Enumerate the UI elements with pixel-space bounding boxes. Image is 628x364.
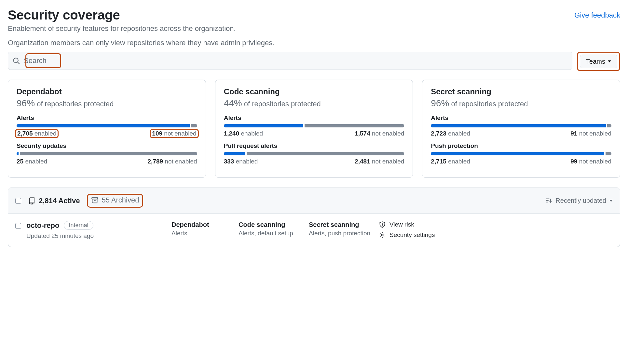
col-dependabot: Dependabot Alerts bbox=[171, 221, 233, 237]
card-percent: 44% of repositories protected bbox=[224, 98, 404, 109]
repo-updated: Updated 25 minutes ago bbox=[26, 232, 166, 240]
teams-highlight-annotation: Teams bbox=[577, 52, 620, 71]
coverage-card: Dependabot 96% of repositories protected… bbox=[8, 80, 206, 178]
enabled-highlight: 2,705 enabled bbox=[15, 129, 59, 138]
coverage-card: Code scanning 44% of repositories protec… bbox=[215, 80, 413, 178]
metric-label: Security updates bbox=[17, 142, 197, 150]
metric-label: Alerts bbox=[224, 114, 404, 122]
coverage-cards: Dependabot 96% of repositories protected… bbox=[8, 80, 620, 178]
visibility-badge: Internal bbox=[64, 221, 93, 230]
permissions-note: Organization members can only view repos… bbox=[8, 39, 620, 47]
metric-counts: 25 enabled2,789 not enabled bbox=[17, 158, 197, 165]
tab-active[interactable]: 2,814 Active bbox=[28, 197, 80, 205]
card-title: Code scanning bbox=[224, 87, 404, 96]
metric-counts: 333 enabled2,481 not enabled bbox=[224, 158, 404, 165]
svg-line-1 bbox=[18, 62, 20, 64]
security-settings-link[interactable]: Security settings bbox=[379, 231, 613, 239]
teams-label: Teams bbox=[586, 58, 605, 65]
metric-label: Alerts bbox=[431, 114, 611, 122]
caret-down-icon bbox=[608, 60, 611, 62]
archived-highlight-annotation: 55 Archived bbox=[87, 194, 143, 208]
archive-icon bbox=[91, 197, 98, 204]
metric-label: Push protection bbox=[431, 142, 611, 150]
metric-counts: 1,240 enabled1,574 not enabled bbox=[224, 130, 404, 137]
progress-bar bbox=[224, 152, 404, 155]
page-subhead: Enablement of security features for repo… bbox=[8, 24, 236, 33]
page-title: Security coverage bbox=[8, 8, 236, 22]
not-enabled-highlight: 109 not enabled bbox=[150, 129, 198, 138]
card-percent: 96% of repositories protected bbox=[17, 98, 197, 109]
search-input[interactable] bbox=[23, 56, 567, 65]
svg-point-0 bbox=[13, 58, 18, 62]
teams-dropdown-button[interactable]: Teams bbox=[580, 55, 617, 68]
col-secret-scanning: Secret scanning Alerts, push protection bbox=[309, 221, 374, 237]
shield-alert-icon bbox=[379, 221, 386, 228]
give-feedback-link[interactable]: Give feedback bbox=[574, 11, 620, 20]
search-icon bbox=[13, 57, 20, 64]
table-row: octo-repo Internal Updated 25 minutes ag… bbox=[8, 214, 620, 247]
sort-dropdown[interactable]: Recently updated bbox=[546, 197, 613, 204]
repo-icon bbox=[28, 197, 35, 204]
card-title: Dependabot bbox=[17, 87, 197, 96]
card-title: Secret scanning bbox=[431, 87, 611, 96]
svg-rect-2 bbox=[92, 198, 98, 199]
table-header: 2,814 Active 55 Archived Recently update… bbox=[8, 188, 620, 214]
caret-down-icon bbox=[609, 200, 613, 202]
metric-counts: 2,705 enabled109 not enabled bbox=[17, 130, 197, 137]
progress-bar bbox=[17, 124, 197, 127]
search-box[interactable] bbox=[8, 52, 572, 70]
coverage-card: Secret scanning 96% of repositories prot… bbox=[422, 80, 620, 178]
metric-counts: 2,723 enabled91 not enabled bbox=[431, 130, 611, 137]
col-code-scanning: Code scanning Alerts, default setup bbox=[239, 221, 304, 237]
card-percent: 96% of repositories protected bbox=[431, 98, 611, 109]
metric-counts: 2,715 enabled99 not enabled bbox=[431, 158, 611, 165]
tab-archived[interactable]: 55 Archived bbox=[91, 196, 139, 204]
repo-name[interactable]: octo-repo bbox=[26, 221, 59, 230]
svg-point-9 bbox=[381, 234, 383, 236]
svg-point-8 bbox=[382, 226, 383, 226]
metric-label: Pull request alerts bbox=[224, 142, 404, 150]
repo-table: 2,814 Active 55 Archived Recently update… bbox=[8, 188, 620, 247]
progress-bar bbox=[17, 152, 197, 155]
sort-icon bbox=[546, 198, 552, 204]
view-risk-link[interactable]: View risk bbox=[379, 221, 613, 228]
select-all-checkbox[interactable] bbox=[15, 198, 21, 204]
gear-icon bbox=[379, 232, 386, 238]
progress-bar bbox=[431, 124, 611, 127]
progress-bar bbox=[431, 152, 611, 155]
row-checkbox[interactable] bbox=[15, 223, 21, 229]
progress-bar bbox=[224, 124, 404, 127]
metric-label: Alerts bbox=[17, 114, 197, 122]
